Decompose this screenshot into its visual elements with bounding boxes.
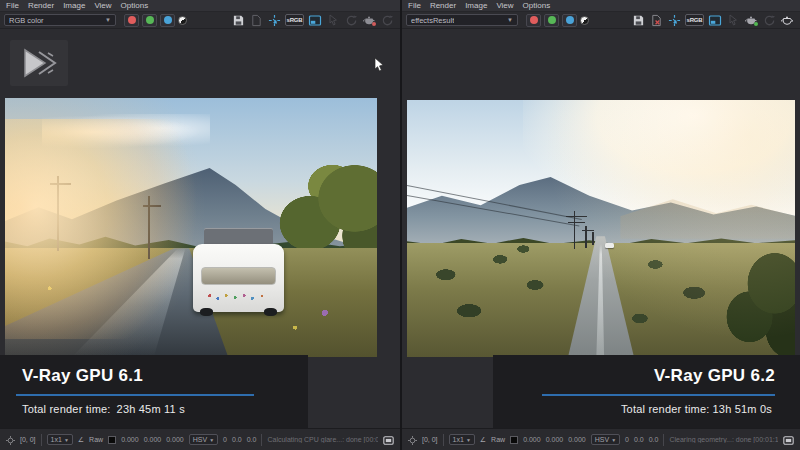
hsv-h: 0 <box>223 436 227 443</box>
clear-image-icon[interactable] <box>249 13 263 27</box>
divider <box>663 434 664 446</box>
hsv-dropdown[interactable]: HSV▼ <box>189 434 218 445</box>
red-channel-icon <box>128 16 136 24</box>
channel-dropdown[interactable]: effectsResult ▼ <box>406 14 518 26</box>
vfb-window-right: File Render Image View Options effectsRe… <box>400 0 800 450</box>
menu-render[interactable]: Render <box>430 0 456 12</box>
menubar: File Render Image View Options <box>402 0 800 12</box>
chaos-play-logo <box>10 40 68 86</box>
srgb-toggle-button[interactable]: sRGB <box>285 14 304 26</box>
blue-channel-button[interactable] <box>562 14 577 27</box>
statusbar: [0, 0] 1x1▼ ∠ Raw 0.000 0.000 0.000 HSV▼… <box>402 428 800 450</box>
menu-view[interactable]: View <box>94 0 111 12</box>
render-time-value: 23h 45m 11 s <box>117 403 185 415</box>
version-title: V-Ray GPU 6.2 <box>654 366 775 386</box>
channel-buttons <box>124 14 187 27</box>
green-status-dot <box>754 22 759 27</box>
raw-r: 0.000 <box>121 436 139 443</box>
render-last-teapot-icon[interactable] <box>744 13 758 27</box>
red-channel-button[interactable] <box>124 14 139 27</box>
zoom-dropdown[interactable]: 1x1▼ <box>47 434 73 445</box>
divider <box>443 434 444 446</box>
alpha-channel-button[interactable] <box>178 16 187 25</box>
pixel-probe-icon <box>6 431 15 449</box>
toolbar-icons: sRGB <box>631 13 796 27</box>
toolbar-icons: sRGB <box>231 13 396 27</box>
blue-underline <box>16 394 254 396</box>
mouse-cursor <box>374 58 384 72</box>
chevron-down-icon: ▼ <box>507 17 513 23</box>
warm-light-overlay <box>5 98 377 357</box>
menu-image[interactable]: Image <box>465 0 487 12</box>
red-channel-button[interactable] <box>526 14 541 27</box>
color-picker-icon[interactable] <box>667 13 681 27</box>
pixel-coords: [0, 0] <box>422 436 438 443</box>
toolbar: RGB color ▼ sRGB <box>0 12 400 29</box>
srgb-toggle-button[interactable]: sRGB <box>685 14 704 26</box>
channel-buttons <box>526 14 589 27</box>
hsv-v: 0.0 <box>649 436 659 443</box>
raw-r: 0.000 <box>523 436 541 443</box>
region-render-icon[interactable] <box>762 13 776 27</box>
compare-horizontal-icon[interactable] <box>308 13 322 27</box>
menu-image[interactable]: Image <box>63 0 85 12</box>
raw-label: Raw <box>491 436 505 443</box>
canvas-area-left: V-Ray GPU 6.1 Total render time:23h 45m … <box>0 30 400 428</box>
hsv-h: 0 <box>625 436 629 443</box>
hsv-dropdown[interactable]: HSV▼ <box>591 434 620 445</box>
render-teapot-icon[interactable] <box>780 13 794 27</box>
statusbar-corner-icon[interactable] <box>383 431 394 449</box>
chevron-down-icon: ▼ <box>105 17 111 23</box>
green-channel-button[interactable] <box>142 14 157 27</box>
red-channel-icon <box>530 16 538 24</box>
blue-channel-button[interactable] <box>160 14 175 27</box>
caption-band-right: V-Ray GPU 6.2 Total render time:13h 51m … <box>493 355 800 428</box>
follow-mouse-icon[interactable] <box>726 13 740 27</box>
raw-g: 0.000 <box>546 436 564 443</box>
toolbar: effectsResult ▼ sRGB <box>402 12 800 29</box>
render-icon[interactable] <box>380 13 394 27</box>
comparison-frame: File Render Image View Options RGB color… <box>0 0 800 450</box>
menu-options[interactable]: Options <box>523 0 551 12</box>
color-swatch <box>108 436 116 444</box>
save-image-icon[interactable] <box>231 13 245 27</box>
green-channel-icon <box>146 16 154 24</box>
channel-dropdown-value: effectsResult <box>411 16 454 25</box>
warm-light-overlay <box>407 100 795 357</box>
zoom-dropdown[interactable]: 1x1▼ <box>449 434 475 445</box>
blue-channel-icon <box>164 16 172 24</box>
vfb-window-left: File Render Image View Options RGB color… <box>0 0 400 450</box>
raw-label: Raw <box>89 436 103 443</box>
statusbar: [0, 0] 1x1▼ ∠ Raw 0.000 0.000 0.000 HSV▼… <box>0 428 400 450</box>
save-image-icon[interactable] <box>631 13 645 27</box>
menu-file[interactable]: File <box>408 0 421 12</box>
render-time: Total render time:23h 45m 11 s <box>22 403 185 415</box>
menu-view[interactable]: View <box>496 0 513 12</box>
statusbar-corner-icon[interactable] <box>783 431 794 449</box>
green-channel-button[interactable] <box>544 14 559 27</box>
menu-file[interactable]: File <box>6 0 19 12</box>
render-status-text: Calculating CPU glare...: done [00:00:00… <box>267 436 378 443</box>
region-render-icon[interactable] <box>344 13 358 27</box>
raw-g: 0.000 <box>144 436 162 443</box>
render-last-teapot-icon[interactable] <box>362 13 376 27</box>
hsv-v: 0.0 <box>247 436 257 443</box>
blue-channel-icon <box>566 16 574 24</box>
blue-underline <box>542 394 775 396</box>
pixel-coords: [0, 0] <box>20 436 36 443</box>
channel-dropdown[interactable]: RGB color ▼ <box>4 14 116 26</box>
alpha-channel-button[interactable] <box>580 16 589 25</box>
green-channel-icon <box>548 16 556 24</box>
hsv-s: 0.0 <box>232 436 242 443</box>
menu-render[interactable]: Render <box>28 0 54 12</box>
color-swatch <box>510 436 518 444</box>
color-picker-icon[interactable] <box>267 13 281 27</box>
divider <box>41 434 42 446</box>
render-time: Total render time:13h 51m 0s <box>621 403 772 415</box>
follow-mouse-icon[interactable] <box>326 13 340 27</box>
compare-horizontal-icon[interactable] <box>708 13 722 27</box>
menu-options[interactable]: Options <box>121 0 149 12</box>
pixel-probe-icon <box>408 431 417 449</box>
hsv-s: 0.0 <box>634 436 644 443</box>
clear-image-icon[interactable] <box>649 13 663 27</box>
